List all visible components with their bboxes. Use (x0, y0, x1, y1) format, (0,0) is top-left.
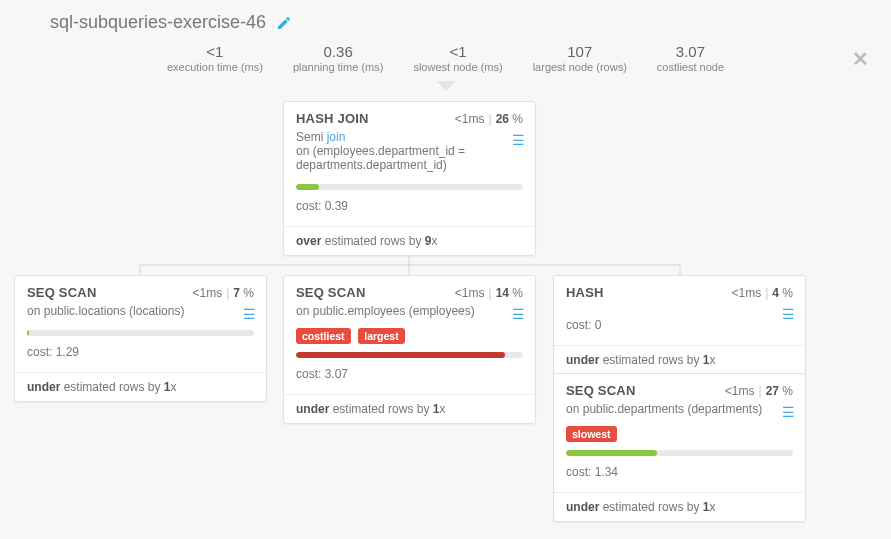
node-header: SEQ SCAN <1ms|27 % (554, 374, 805, 402)
node-seqscan-departments[interactable]: SEQ SCAN <1ms|27 % on public.departments… (553, 373, 806, 522)
close-icon[interactable]: ✕ (852, 47, 869, 71)
pointer-down-icon (436, 81, 456, 91)
estimate-row: under estimated rows by 1x (15, 373, 266, 401)
database-icon[interactable]: ☰ (782, 306, 795, 322)
progress-bar (15, 324, 266, 338)
node-body: on public.departments (departments) ☰ (554, 402, 805, 422)
progress-bar (284, 178, 535, 192)
stat-value: <1 (167, 43, 263, 60)
stat-costliest: 3.07 costliest node (657, 43, 724, 73)
cost-row: cost: 0.39 (284, 192, 535, 220)
node-header: SEQ SCAN <1ms|14 % (284, 276, 535, 304)
estimate-row: under estimated rows by 1x (554, 346, 805, 374)
page-title: sql-subqueries-exercise-46 (50, 12, 266, 33)
node-title: HASH (566, 285, 604, 300)
header: sql-subqueries-exercise-46 (0, 0, 891, 37)
estimate-row: over estimated rows by 9x (284, 227, 535, 255)
tag-costliest: costliest (296, 328, 351, 344)
tag-slowest: slowest (566, 426, 617, 442)
node-hash-join[interactable]: HASH JOIN <1ms|26 % Semi join on (employ… (283, 101, 536, 256)
stat-value: <1 (413, 43, 502, 60)
node-header: SEQ SCAN <1ms|7 % (15, 276, 266, 304)
stat-plan-time: 0.36 planning time (ms) (293, 43, 383, 73)
stat-slowest: <1 slowest node (ms) (413, 43, 502, 73)
database-icon[interactable]: ☰ (512, 132, 525, 148)
database-icon[interactable]: ☰ (782, 404, 795, 420)
node-title: HASH JOIN (296, 111, 369, 126)
node-header: HASH <1ms|4 % (554, 276, 805, 304)
node-metrics: <1ms|7 % (192, 286, 254, 300)
node-title: SEQ SCAN (566, 383, 636, 398)
stat-label: execution time (ms) (167, 61, 263, 73)
node-metrics: <1ms|26 % (455, 112, 523, 126)
estimate-row: under estimated rows by 1x (284, 395, 535, 423)
plan-canvas: HASH JOIN <1ms|26 % Semi join on (employ… (0, 95, 891, 525)
node-body: on public.locations (locations) ☰ (15, 304, 266, 324)
node-title: SEQ SCAN (27, 285, 97, 300)
node-metrics: <1ms|4 % (731, 286, 793, 300)
stat-value: 0.36 (293, 43, 383, 60)
stat-label: largest node (rows) (533, 61, 627, 73)
progress-bar (284, 346, 535, 360)
node-tags: costliest largest (284, 324, 535, 346)
stat-exec-time: <1 execution time (ms) (167, 43, 263, 73)
cost-row: cost: 1.29 (15, 338, 266, 366)
node-title: SEQ SCAN (296, 285, 366, 300)
node-body: ☰ (554, 304, 805, 318)
node-body: on public.employees (employees) ☰ (284, 304, 535, 324)
node-body: Semi join on (employees.department_id = … (284, 130, 535, 178)
stat-value: 3.07 (657, 43, 724, 60)
cost-row: cost: 0 (554, 318, 805, 339)
node-tags: slowest (554, 422, 805, 444)
stat-label: slowest node (ms) (413, 61, 502, 73)
database-icon[interactable]: ☰ (512, 306, 525, 322)
cost-row: cost: 3.07 (284, 360, 535, 388)
cost-row: cost: 1.34 (554, 458, 805, 486)
database-icon[interactable]: ☰ (243, 306, 256, 322)
tag-largest: largest (358, 328, 404, 344)
stat-largest: 107 largest node (rows) (533, 43, 627, 73)
edit-icon[interactable] (276, 15, 292, 31)
node-seqscan-locations[interactable]: SEQ SCAN <1ms|7 % on public.locations (l… (14, 275, 267, 402)
node-hash[interactable]: HASH <1ms|4 % ☰ cost: 0 under estimated … (553, 275, 806, 375)
stat-label: planning time (ms) (293, 61, 383, 73)
progress-bar (554, 444, 805, 458)
stats-bar: <1 execution time (ms) 0.36 planning tim… (0, 37, 891, 85)
node-metrics: <1ms|14 % (455, 286, 523, 300)
estimate-row: under estimated rows by 1x (554, 493, 805, 521)
stat-value: 107 (533, 43, 627, 60)
stat-label: costliest node (657, 61, 724, 73)
node-seqscan-employees[interactable]: SEQ SCAN <1ms|14 % on public.employees (… (283, 275, 536, 424)
node-metrics: <1ms|27 % (725, 384, 793, 398)
node-header: HASH JOIN <1ms|26 % (284, 102, 535, 130)
